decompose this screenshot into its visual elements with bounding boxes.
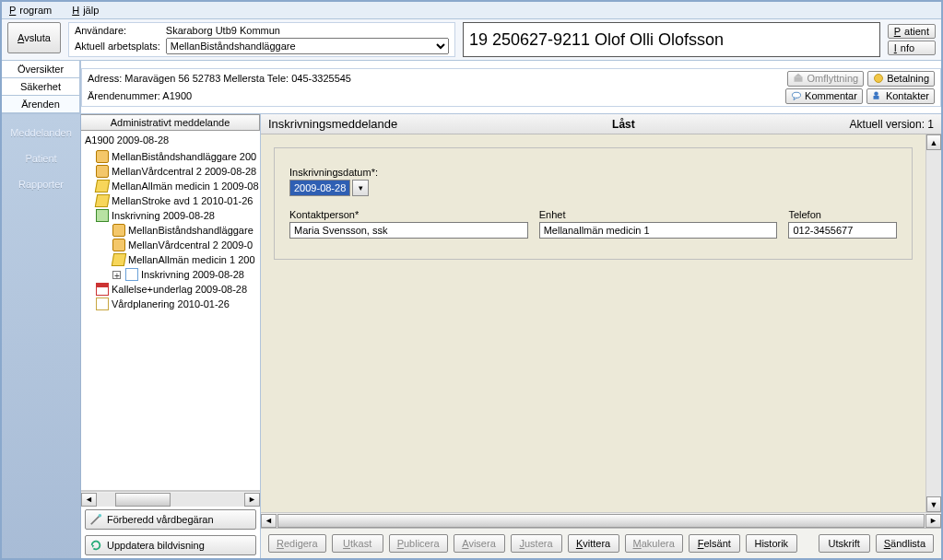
top-toolbar: Avsluta Användare: Skaraborg Utb9 Kommun…: [2, 19, 941, 61]
form-scroll-right-icon[interactable]: ►: [925, 514, 941, 528]
tree-item[interactable]: MellanStroke avd 1 2010-01-26: [81, 193, 260, 208]
avisera-button[interactable]: Avisera: [454, 534, 505, 553]
patient-button[interactable]: Patient: [888, 24, 936, 39]
tree-item[interactable]: Inskrivning 2009-08-28: [81, 208, 260, 223]
tree-item[interactable]: MellanBiståndshandläggare: [81, 223, 260, 238]
tree-item-label: Inskrivning 2009-08-28: [112, 208, 215, 223]
person-icon: [96, 150, 109, 163]
unit-input[interactable]: Mellanallmän medicin 1: [539, 222, 778, 239]
user-value: Skaraborg Utb9 Kommun: [166, 25, 449, 36]
svg-marker-7: [92, 545, 95, 548]
tree-item[interactable]: MellanVårdcentral 2 2009-0: [81, 238, 260, 252]
tree-item-label: MellanAllmän medicin 1 200: [128, 252, 255, 267]
key-icon: [95, 180, 110, 192]
cal-icon: [96, 283, 109, 296]
tree-hscrollbar[interactable]: ◄ ►: [81, 491, 260, 507]
svg-rect-5: [873, 96, 878, 99]
phone-label: Telefon: [788, 209, 897, 220]
makulera-button[interactable]: Makulera: [625, 534, 683, 553]
person-icon: [112, 239, 125, 251]
utkast-button[interactable]: Utkast: [332, 534, 383, 553]
date-label: Inskrivningsdatum*:: [289, 167, 897, 178]
felsant-button[interactable]: Felsänt: [689, 534, 740, 553]
coin-icon: [873, 73, 884, 84]
date-dropdown-button[interactable]: ▾: [352, 180, 369, 196]
person-icon: [112, 224, 125, 237]
tree-root[interactable]: A1900 2009-08-28: [81, 131, 260, 149]
form-header: Inskrivningsmeddelande Låst Aktuell vers…: [261, 114, 941, 134]
doc-icon: [96, 298, 109, 310]
form-hscrollbar[interactable]: ◄ ►: [261, 512, 941, 528]
tree-item[interactable]: MellanAllmän medicin 1 200: [81, 252, 260, 267]
comment-button[interactable]: Kommentar: [785, 88, 863, 104]
tree-item-label: Inskrivning 2009-08-28: [141, 267, 244, 282]
tree-item[interactable]: MellanAllmän medicin 1 2009-08: [81, 179, 260, 193]
menu-help[interactable]: Hjälp: [68, 4, 106, 17]
move-button[interactable]: Omflyttning: [787, 71, 864, 87]
form-scroll-left-icon[interactable]: ◄: [261, 514, 277, 528]
user-area: Användare: Skaraborg Utb9 Kommun Aktuell…: [68, 22, 455, 57]
case-number: Ärendenummer: A1900: [88, 90, 192, 101]
tree-item[interactable]: Inskrivning 2009-08-28: [81, 267, 260, 282]
form-vscrollbar[interactable]: ▲ ▼: [925, 134, 941, 512]
address-line1: Adress: Maravägen 56 52783 Mellersta Tel…: [88, 73, 351, 84]
payment-button[interactable]: Betalning: [867, 71, 935, 87]
workplace-select[interactable]: MellanBiståndshandläggare: [166, 38, 449, 54]
wand-icon: [89, 513, 102, 526]
nav-rapporter[interactable]: Rapporter: [2, 171, 80, 197]
sandlista-button[interactable]: Sändlista: [876, 534, 934, 553]
form-scroll-track[interactable]: [277, 514, 925, 528]
kvittera-button[interactable]: Kvittera: [568, 534, 619, 553]
date-input[interactable]: 2009-08-28: [289, 180, 350, 196]
unit-label: Enhet: [539, 209, 778, 220]
redigera-button[interactable]: Redigera: [268, 534, 326, 553]
svg-point-4: [874, 92, 878, 97]
user-label: Användare:: [75, 25, 160, 36]
scroll-track[interactable]: [97, 493, 244, 507]
tab-sakerhet[interactable]: Säkerhet: [2, 78, 80, 96]
vscroll-track[interactable]: [926, 150, 941, 496]
menubar: Program Hjälp: [2, 2, 941, 19]
tree-item[interactable]: MellanVårdcentral 2 2009-08-28: [81, 164, 260, 179]
scroll-thumb[interactable]: [115, 493, 171, 507]
nav-patient[interactable]: Patient: [2, 146, 80, 171]
tree-item[interactable]: MellanBiståndshandläggare 200: [81, 149, 260, 164]
overview-tabs: Översikter Säkerhet Ärenden: [2, 61, 81, 113]
address-block: Adress: Maravägen 56 52783 Mellersta Tel…: [81, 68, 941, 107]
tree[interactable]: A1900 2009-08-28 MellanBiståndshandlägga…: [81, 131, 260, 491]
scroll-down-icon[interactable]: ▼: [926, 496, 941, 512]
scroll-left-icon[interactable]: ◄: [81, 493, 97, 507]
tree-item-label: MellanBiståndshandläggare 200: [112, 149, 256, 164]
publicera-button[interactable]: Publicera: [389, 534, 448, 553]
scroll-up-icon[interactable]: ▲: [926, 134, 941, 150]
expand-icon[interactable]: [112, 271, 121, 279]
person-icon: [96, 165, 109, 178]
exit-button[interactable]: Avsluta: [7, 22, 61, 53]
update-view-button[interactable]: Uppdatera bildvisning: [85, 535, 256, 555]
info-button[interactable]: Info: [888, 41, 936, 55]
tree-item-label: Vårdplanering 2010-01-26: [112, 297, 230, 311]
side-nav: Meddelanden Patient Rapporter: [2, 114, 81, 558]
phone-input[interactable]: 012-3455677: [788, 222, 897, 239]
svg-point-3: [793, 92, 801, 98]
contact-label: Kontaktperson*: [289, 209, 528, 220]
nav-meddelanden[interactable]: Meddelanden: [2, 120, 80, 146]
svg-marker-1: [795, 74, 803, 77]
menu-program[interactable]: Program: [6, 4, 59, 17]
form-scroll-thumb[interactable]: [277, 514, 925, 528]
tab-oversikter[interactable]: Översikter: [2, 61, 80, 78]
key-icon: [95, 194, 110, 207]
tree-item[interactable]: Kallelse+underlag 2009-08-28: [81, 282, 260, 297]
justera-button[interactable]: Justera: [511, 534, 562, 553]
contact-input[interactable]: Maria Svensson, ssk: [289, 222, 528, 239]
historik-button[interactable]: Historik: [746, 534, 797, 553]
contacts-button[interactable]: Kontakter: [866, 88, 935, 104]
tree-item[interactable]: Vårdplanering 2010-01-26: [81, 297, 260, 311]
tab-arenden[interactable]: Ärenden: [2, 96, 80, 113]
prepare-request-button[interactable]: Förberedd vårdbegäran: [85, 509, 256, 530]
house-icon: [96, 209, 109, 222]
utskrift-button[interactable]: Utskrift: [819, 534, 870, 553]
form-status: Låst: [425, 118, 821, 131]
scroll-right-icon[interactable]: ►: [244, 493, 260, 507]
chevron-down-icon: ▾: [359, 183, 363, 192]
